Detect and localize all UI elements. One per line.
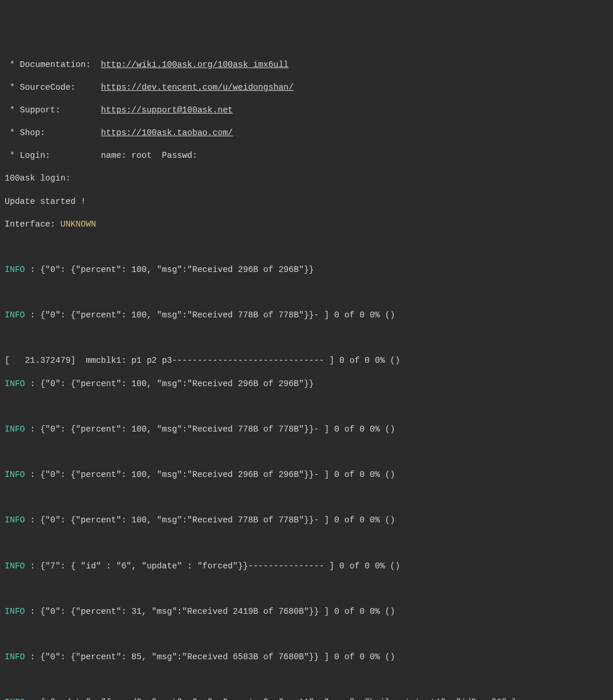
doc-line: * Documentation: http://wiki.100ask.org/…	[5, 59, 608, 71]
log-line: INFO : {"7": { "id" : "6", "update" : "f…	[5, 561, 608, 572]
doc-link[interactable]: http://wiki.100ask.org/100ask_imx6ull	[101, 60, 288, 69]
interface-line: Interface: UNKNOWN	[5, 219, 608, 231]
log-line: INFO : {"0": {"percent": 100, "msg":"Rec…	[5, 264, 608, 276]
log-line: INFO : {"0": {"percent": 31, "msg":"Rece…	[5, 606, 608, 618]
shop-line: * Shop: https://100ask.taobao.com/	[5, 128, 608, 139]
update-started: Update started !	[5, 196, 608, 208]
login-creds: * Login: name: root Passwd:	[5, 150, 608, 162]
login-prompt: 100ask login:	[5, 173, 608, 185]
log-line: INFO : {"0": {"percent": 85, "msg":"Rece…	[5, 652, 608, 663]
interface-value: UNKNOWN	[61, 220, 96, 229]
shop-link[interactable]: https://100ask.taobao.com/	[101, 128, 232, 137]
log-line: INFO : {"0": {"percent": 100, "msg":"Rec…	[5, 424, 608, 436]
src-link[interactable]: https://dev.tencent.com/u/weidongshan/	[101, 83, 294, 92]
log-line: [ 21.372479] mmcblk1: p1 p2 p3----------…	[5, 355, 608, 367]
terminal-output: * Documentation: http://wiki.100ask.org/…	[5, 48, 608, 700]
src-line: * SourceCode: https://dev.tencent.com/u/…	[5, 82, 608, 94]
log-line: INFO : {"0": {"percent": 100, "msg":"Rec…	[5, 515, 608, 526]
log-line: INFO : {"0": {"percent": 100, "msg":"Rec…	[5, 469, 608, 481]
log-line: INFO : {"0": {"percent": 100, "msg":"Rec…	[5, 310, 608, 321]
log-line: INFO : {"0": {"percent": 100, "msg":"Rec…	[5, 379, 608, 390]
support-link[interactable]: https://support@100ask.net	[101, 105, 232, 115]
support-line: * Support: https://support@100ask.net	[5, 105, 608, 116]
log-line: INFO : { "update": "forced", "part": "os…	[5, 697, 608, 700]
